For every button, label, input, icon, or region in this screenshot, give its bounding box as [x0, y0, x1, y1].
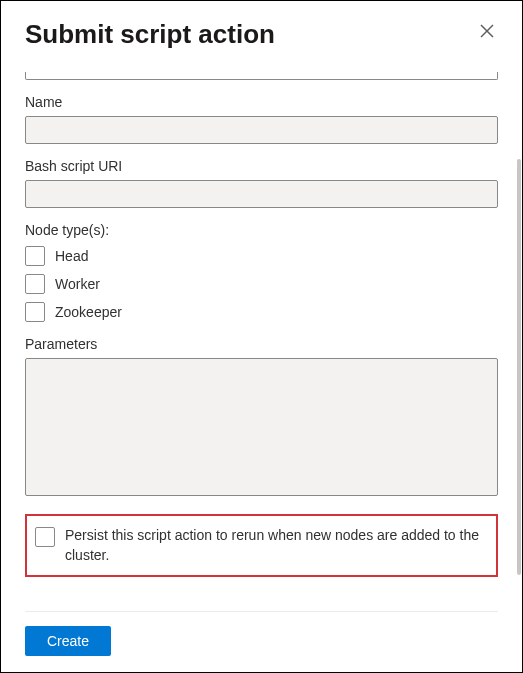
- uri-label: Bash script URI: [25, 158, 498, 174]
- name-input[interactable]: [25, 116, 498, 144]
- head-checkbox-label: Head: [55, 248, 88, 264]
- worker-checkbox[interactable]: [25, 274, 45, 294]
- panel-footer: Create: [25, 611, 498, 656]
- node-type-worker-row: Worker: [25, 274, 498, 294]
- persist-checkbox-label: Persist this script action to rerun when…: [65, 526, 488, 565]
- persist-row: Persist this script action to rerun when…: [35, 526, 488, 565]
- panel-title: Submit script action: [25, 19, 275, 50]
- create-button[interactable]: Create: [25, 626, 111, 656]
- panel-header: Submit script action: [25, 19, 498, 50]
- panel-body: Name Bash script URI Node type(s): Head …: [25, 72, 498, 605]
- uri-input[interactable]: [25, 180, 498, 208]
- node-types-group: Node type(s): Head Worker Zookeeper: [25, 222, 498, 322]
- scrollbar-thumb[interactable]: [517, 159, 521, 575]
- parameters-label: Parameters: [25, 336, 498, 352]
- scrollbar[interactable]: [517, 159, 521, 575]
- head-checkbox[interactable]: [25, 246, 45, 266]
- prior-field-input[interactable]: [25, 72, 498, 80]
- node-type-zookeeper-row: Zookeeper: [25, 302, 498, 322]
- close-button[interactable]: [476, 19, 498, 45]
- zookeeper-checkbox[interactable]: [25, 302, 45, 322]
- parameters-input[interactable]: [25, 358, 498, 496]
- name-label: Name: [25, 94, 498, 110]
- submit-script-action-panel: Submit script action Name Bash script UR…: [1, 1, 522, 672]
- node-types-label: Node type(s):: [25, 222, 498, 238]
- worker-checkbox-label: Worker: [55, 276, 100, 292]
- node-type-head-row: Head: [25, 246, 498, 266]
- persist-checkbox[interactable]: [35, 527, 55, 547]
- persist-highlight-section: Persist this script action to rerun when…: [25, 514, 498, 577]
- close-icon: [480, 24, 494, 38]
- zookeeper-checkbox-label: Zookeeper: [55, 304, 122, 320]
